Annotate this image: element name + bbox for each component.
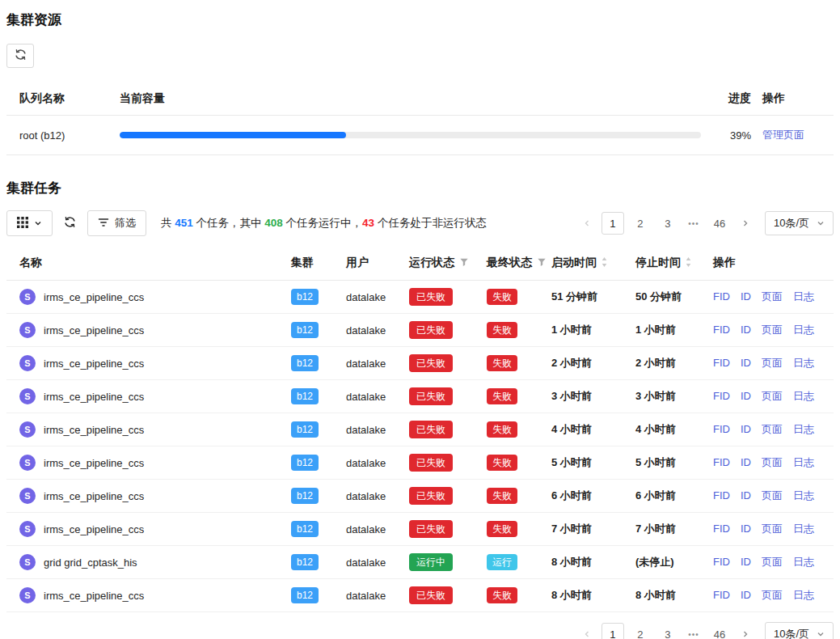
fid-link[interactable]: FID <box>713 357 730 369</box>
page-link[interactable]: 页面 <box>762 489 783 501</box>
start-time: 51 分钟前 <box>542 281 626 314</box>
refresh-icon <box>15 49 27 63</box>
pagination-page-1[interactable]: 1 <box>602 623 624 639</box>
log-link[interactable]: 日志 <box>793 390 814 402</box>
page-size-select[interactable]: 10条/页 <box>765 211 834 235</box>
stop-time: 6 小时前 <box>626 480 703 513</box>
pagination-page-2[interactable]: 2 <box>629 212 652 235</box>
view-layout-dropdown-button[interactable] <box>6 210 53 236</box>
run-status-badge: 已失败 <box>409 321 453 339</box>
summary-text: 个任务，其中 <box>193 217 265 229</box>
progress-fill <box>120 132 346 138</box>
final-status-filter-icon[interactable] <box>537 256 547 269</box>
avatar: S <box>19 521 36 537</box>
task-name: irms_ce_pipeline_ccs <box>44 590 144 602</box>
page-size-select[interactable]: 10条/页 <box>765 622 834 639</box>
fid-link[interactable]: FID <box>713 423 730 435</box>
chevron-left-icon <box>583 630 591 638</box>
user-label: datalake <box>336 413 399 446</box>
task-name: irms_ce_pipeline_ccs <box>44 457 144 469</box>
fid-link[interactable]: FID <box>713 556 730 568</box>
page-link[interactable]: 页面 <box>762 589 783 601</box>
fid-link[interactable]: FID <box>713 589 730 601</box>
column-header-run-status: 运行状态 <box>399 246 477 281</box>
page-link[interactable]: 页面 <box>762 290 783 303</box>
manage-page-link[interactable]: 管理页面 <box>762 129 804 141</box>
page-link[interactable]: 页面 <box>762 556 783 568</box>
log-link[interactable]: 日志 <box>793 456 814 468</box>
id-link[interactable]: ID <box>741 523 751 535</box>
pagination-page-3[interactable]: 3 <box>656 212 679 235</box>
stop-time: 3 小时前 <box>626 380 703 413</box>
id-link[interactable]: ID <box>741 390 751 402</box>
fid-link[interactable]: FID <box>713 324 730 336</box>
id-link[interactable]: ID <box>741 423 751 435</box>
run-status-badge: 已失败 <box>409 586 453 604</box>
pagination-next-button[interactable] <box>736 624 755 639</box>
pagination-ellipsis[interactable]: ••• <box>684 219 703 228</box>
log-link[interactable]: 日志 <box>793 290 814 303</box>
cluster-badge: b12 <box>291 322 319 338</box>
tasks-toolbar: 筛选 共 451 个任务，其中 408 个任务运行中，43 个任务处于非运行状态… <box>6 210 834 236</box>
log-link[interactable]: 日志 <box>793 489 814 501</box>
fid-link[interactable]: FID <box>713 523 730 535</box>
tasks-refresh-button[interactable] <box>61 210 79 236</box>
page-size-label: 10条/页 <box>774 627 809 639</box>
id-link[interactable]: ID <box>741 324 751 336</box>
id-link[interactable]: ID <box>741 456 751 468</box>
pagination-page-46[interactable]: 46 <box>708 212 731 235</box>
resources-refresh-button[interactable] <box>6 44 34 68</box>
pagination-prev-button[interactable] <box>577 213 597 234</box>
pagination-next-button[interactable] <box>736 213 755 234</box>
pagination-page-2[interactable]: 2 <box>629 623 652 639</box>
log-link[interactable]: 日志 <box>793 589 814 601</box>
page-link[interactable]: 页面 <box>762 423 783 435</box>
cluster-badge: b12 <box>291 388 319 404</box>
fid-link[interactable]: FID <box>713 390 730 402</box>
user-label: datalake <box>336 579 399 612</box>
column-header-final-status: 最终状态 <box>477 246 542 281</box>
task-name: irms_ce_pipeline_ccs <box>44 291 144 303</box>
start-time: 5 小时前 <box>542 446 626 480</box>
avatar: S <box>19 554 36 570</box>
log-link[interactable]: 日志 <box>793 423 814 435</box>
page-link[interactable]: 页面 <box>762 523 783 535</box>
start-time-sort-icon[interactable] <box>601 257 608 270</box>
log-link[interactable]: 日志 <box>793 556 814 568</box>
fid-link[interactable]: FID <box>713 456 730 468</box>
cluster-badge: b12 <box>291 289 319 305</box>
log-link[interactable]: 日志 <box>793 357 814 369</box>
run-status-badge: 运行中 <box>409 553 453 571</box>
avatar: S <box>19 455 36 471</box>
final-status-badge: 失败 <box>487 355 517 371</box>
id-link[interactable]: ID <box>741 589 751 601</box>
run-status-filter-icon[interactable] <box>459 256 469 269</box>
page-link[interactable]: 页面 <box>762 390 783 402</box>
id-link[interactable]: ID <box>741 556 751 568</box>
log-link[interactable]: 日志 <box>793 324 814 336</box>
user-label: datalake <box>336 281 399 314</box>
pagination-ellipsis[interactable]: ••• <box>684 630 703 639</box>
fid-link[interactable]: FID <box>713 489 730 501</box>
table-row: Sirms_ce_pipeline_ccs b12 datalake 已失败 失… <box>6 579 834 612</box>
fid-link[interactable]: FID <box>713 290 730 303</box>
pagination-page-3[interactable]: 3 <box>656 623 679 639</box>
log-link[interactable]: 日志 <box>793 523 814 535</box>
pagination-page-1[interactable]: 1 <box>602 212 624 235</box>
id-link[interactable]: ID <box>741 290 751 303</box>
id-link[interactable]: ID <box>741 357 751 369</box>
column-header-user: 用户 <box>336 246 399 281</box>
cluster-badge: b12 <box>291 455 319 471</box>
id-link[interactable]: ID <box>741 489 751 501</box>
page-link[interactable]: 页面 <box>762 456 783 468</box>
pagination-prev-button[interactable] <box>577 624 597 639</box>
filter-button[interactable]: 筛选 <box>87 210 146 236</box>
stop-time: 1 小时前 <box>626 314 703 347</box>
stop-time-sort-icon[interactable] <box>685 257 692 270</box>
page-link[interactable]: 页面 <box>762 357 783 369</box>
page-link[interactable]: 页面 <box>762 324 783 336</box>
column-header-label: 启动时间 <box>551 256 597 269</box>
run-status-badge: 已失败 <box>409 387 453 405</box>
pagination-page-46[interactable]: 46 <box>708 623 731 639</box>
final-status-badge: 失败 <box>487 289 517 305</box>
